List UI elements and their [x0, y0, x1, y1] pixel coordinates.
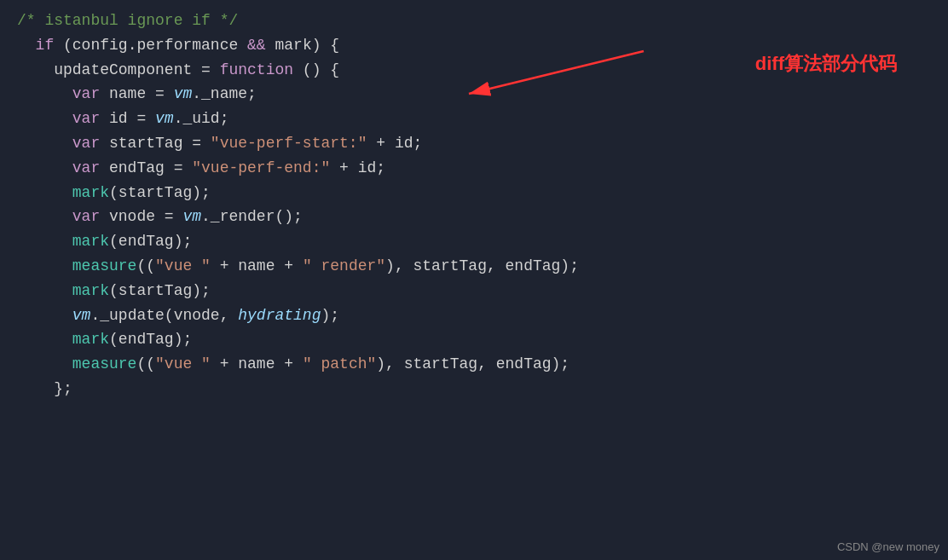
- code-line-line14: mark(startTag);: [17, 279, 931, 303]
- code-line-line17: measure(("vue " + name + " patch"), star…: [17, 352, 931, 377]
- code-line-line11: mark(endTag);: [17, 229, 931, 254]
- code-line-line6: var startTag = "vue-perf-start:" + id;: [17, 131, 931, 156]
- code-line-line16: mark(endTag);: [17, 327, 931, 352]
- watermark: CSDN @new money: [837, 540, 939, 553]
- code-line-line12: measure(("vue " + name + " render"), sta…: [17, 254, 931, 279]
- code-line-line4: var name = vm._name;: [17, 82, 931, 107]
- code-line-line9: mark(startTag);: [17, 181, 931, 205]
- code-line-line15: vm._update(vnode, hydrating);: [17, 303, 931, 328]
- code-container: /* istanbul ignore if */ if (config.perf…: [0, 0, 948, 560]
- code-line-line10: var vnode = vm._render();: [17, 205, 931, 229]
- code-line-line5: var id = vm._uid;: [17, 107, 931, 131]
- code-line-line18: };: [17, 377, 931, 401]
- code-line-line7: var endTag = "vue-perf-end:" + id;: [17, 156, 931, 181]
- annotation-text: diff算法部分代码: [755, 51, 897, 77]
- code-line-line1: /* istanbul ignore if */: [17, 9, 931, 33]
